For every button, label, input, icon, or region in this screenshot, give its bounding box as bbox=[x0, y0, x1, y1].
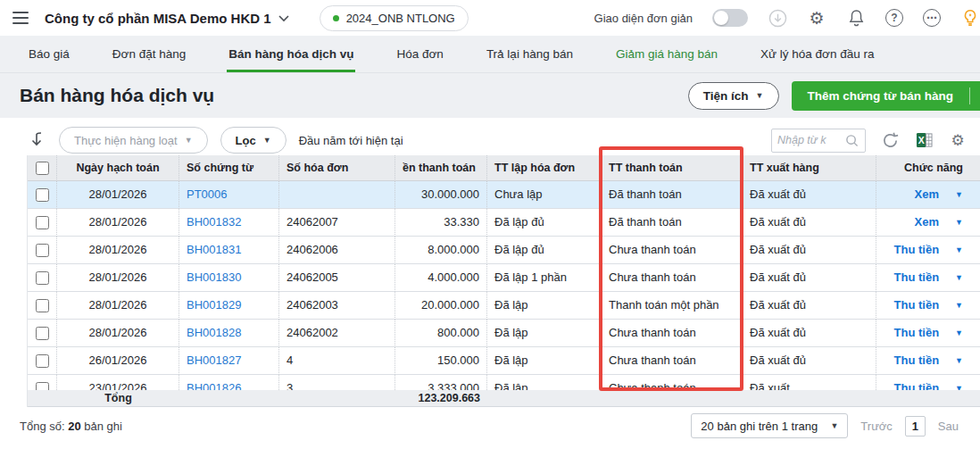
caret-down-icon[interactable]: ▼ bbox=[955, 237, 963, 263]
action-button[interactable]: Thu tiền bbox=[894, 237, 940, 263]
tab-hoa-don[interactable]: Hóa đơn bbox=[394, 37, 444, 72]
row-checkbox[interactable] bbox=[36, 299, 49, 312]
action-button[interactable]: Thu tiền bbox=[894, 375, 940, 390]
header-payment-amount[interactable]: ền thanh toán bbox=[395, 155, 487, 181]
action-button[interactable]: Thu tiền bbox=[894, 292, 940, 319]
cell-amount: 3.333.000 bbox=[395, 375, 487, 390]
cell-invoice: 24062003 bbox=[279, 292, 395, 320]
svg-text:X: X bbox=[918, 136, 924, 146]
cell-amount: 30.000.000 bbox=[395, 181, 487, 209]
row-checkbox[interactable] bbox=[36, 354, 49, 368]
cell-date: 28/01/2026 bbox=[57, 181, 179, 209]
caret-down-icon[interactable]: ▼ bbox=[955, 264, 963, 291]
cell-date: 26/01/2026 bbox=[57, 347, 179, 375]
next-page-button[interactable]: Sau bbox=[938, 420, 959, 433]
action-button[interactable]: Thu tiền bbox=[894, 264, 940, 291]
doc-link[interactable]: BH001831 bbox=[187, 243, 241, 256]
row-checkbox[interactable] bbox=[36, 271, 49, 285]
excel-export-icon[interactable]: X bbox=[914, 130, 934, 150]
download-icon[interactable] bbox=[768, 8, 787, 28]
tab-xu-ly-hoa-don-dau-ra[interactable]: Xử lý hóa đơn đầu ra bbox=[759, 37, 876, 72]
header-doc-number[interactable]: Số chứng từ bbox=[179, 155, 279, 181]
action-button[interactable]: Xem bbox=[915, 209, 939, 236]
table-row[interactable]: 26/01/2026 BH001827 4 150.000 Đã lập Chư… bbox=[28, 347, 980, 375]
tab-don-dat-hang[interactable]: Đơn đặt hàng bbox=[111, 37, 187, 72]
header-invoice-number[interactable]: Số hóa đơn bbox=[279, 155, 395, 181]
table-row[interactable]: 23/01/2026 BH001826 3 3.333.000 Đã lập C… bbox=[28, 375, 980, 390]
row-checkbox[interactable] bbox=[36, 327, 49, 340]
cell-invoice: 24062007 bbox=[279, 209, 395, 237]
add-sales-document-button[interactable]: Thêm chứng từ bán hàng ▼ bbox=[792, 81, 980, 111]
header-date[interactable]: Ngày hạch toán bbox=[57, 155, 179, 181]
action-button[interactable]: Xem bbox=[915, 181, 939, 208]
tab-bao-gia[interactable]: Báo giá bbox=[27, 37, 71, 72]
tab-ban-hang-hoa-dich-vu[interactable]: Bán hàng hóa dịch vụ bbox=[227, 37, 355, 72]
tab-giam-gia-hang-ban[interactable]: Giảm giá hàng bán bbox=[614, 37, 719, 72]
action-button[interactable]: Thu tiền bbox=[894, 320, 940, 346]
prev-page-button[interactable]: Trước bbox=[860, 420, 893, 433]
cell-invoice: 24062002 bbox=[279, 320, 395, 347]
doc-link[interactable]: BH001827 bbox=[187, 353, 241, 367]
record-count-text: Tổng số: 20 bản ghi bbox=[20, 420, 122, 433]
row-checkbox[interactable] bbox=[36, 216, 49, 229]
caret-down-icon[interactable]: ▼ bbox=[955, 375, 963, 390]
search-box[interactable] bbox=[771, 129, 866, 153]
simple-ui-toggle[interactable] bbox=[712, 9, 748, 27]
tab-tra-lai-hang-ban[interactable]: Trả lại hàng bán bbox=[485, 37, 575, 72]
select-all-checkbox[interactable] bbox=[36, 162, 49, 175]
caret-down-icon[interactable]: ▼ bbox=[955, 181, 963, 208]
doc-link[interactable]: BH001830 bbox=[187, 270, 241, 284]
doc-link[interactable]: BH001828 bbox=[187, 326, 241, 339]
cell-payment-status: Chưa thanh toán bbox=[602, 320, 743, 347]
header-delivery-status[interactable]: TT xuất hàng bbox=[743, 155, 876, 181]
doc-link[interactable]: BH001829 bbox=[187, 298, 241, 312]
row-checkbox[interactable] bbox=[36, 188, 49, 202]
table-row[interactable]: 28/01/2026 BH001832 24062007 33.330 Đã l… bbox=[28, 209, 980, 237]
refresh-icon[interactable] bbox=[880, 130, 900, 150]
doc-link[interactable]: PT0006 bbox=[187, 187, 228, 201]
table-row[interactable]: 28/01/2026 BH001830 24062005 4.000.000 Đ… bbox=[28, 264, 980, 292]
column-settings-icon[interactable]: ⚙ bbox=[948, 130, 968, 150]
caret-down-icon[interactable]: ▼ bbox=[970, 91, 980, 100]
utilities-button[interactable]: Tiện ích ▼ bbox=[688, 82, 779, 110]
cell-amount: 4.000.000 bbox=[395, 264, 487, 292]
caret-down-icon[interactable]: ▼ bbox=[955, 347, 963, 374]
filter-button[interactable]: Lọc ▼ bbox=[220, 127, 287, 154]
cell-delivery-status: Đã xuất đủ bbox=[743, 292, 876, 320]
gear-icon[interactable]: ⚙ bbox=[807, 8, 826, 28]
session-label: 2024_ONB NTLONG bbox=[346, 12, 455, 25]
session-selector[interactable]: 2024_ONB NTLONG bbox=[320, 5, 469, 31]
header-payment-status[interactable]: TT thanh toán bbox=[602, 155, 743, 181]
company-name[interactable]: Công ty cổ phần MISA Demo HKD 1 bbox=[45, 11, 271, 26]
tips-icon[interactable] bbox=[960, 8, 980, 28]
more-icon[interactable]: ⋯ bbox=[923, 9, 941, 27]
batch-actions-button[interactable]: Thực hiện hàng loạt ▼ bbox=[59, 127, 208, 154]
header-invoice-status[interactable]: TT lập hóa đơn bbox=[487, 155, 602, 181]
chevron-down-icon[interactable] bbox=[278, 10, 289, 26]
menu-icon[interactable] bbox=[12, 12, 29, 24]
help-icon[interactable]: ? bbox=[885, 9, 903, 27]
table-row[interactable]: 28/01/2026 PT0006 30.000.000 Chưa lập Đã… bbox=[28, 181, 980, 209]
cell-invoice bbox=[279, 181, 395, 209]
simple-ui-label: Giao diện đơn giản bbox=[594, 12, 693, 25]
header-actions[interactable]: Chức năng bbox=[876, 155, 980, 181]
page-size-select[interactable]: 20 bản ghi trên 1 trang ▼ bbox=[691, 413, 848, 438]
table-row[interactable]: 28/01/2026 BH001828 24062002 800.000 Đã … bbox=[28, 320, 980, 347]
cell-invoice: 24062005 bbox=[279, 264, 395, 292]
row-checkbox[interactable] bbox=[36, 382, 49, 391]
totals-row: Tổng 123.209.663 bbox=[28, 390, 980, 407]
caret-down-icon[interactable]: ▼ bbox=[955, 209, 963, 236]
table-row[interactable]: 28/01/2026 BH001831 24062006 8.000.000 Đ… bbox=[28, 237, 980, 264]
bell-icon[interactable] bbox=[846, 8, 866, 28]
search-input[interactable] bbox=[777, 134, 842, 146]
totals-label: Tổng bbox=[57, 390, 179, 406]
export-icon[interactable] bbox=[27, 130, 46, 150]
action-button[interactable]: Thu tiền bbox=[894, 347, 940, 374]
doc-link[interactable]: BH001826 bbox=[187, 381, 241, 390]
current-page-input[interactable]: 1 bbox=[905, 416, 926, 437]
table-row[interactable]: 28/01/2026 BH001829 24062003 20.000.000 … bbox=[28, 292, 980, 320]
row-checkbox[interactable] bbox=[36, 244, 49, 257]
caret-down-icon[interactable]: ▼ bbox=[955, 292, 963, 319]
doc-link[interactable]: BH001832 bbox=[187, 215, 241, 229]
caret-down-icon[interactable]: ▼ bbox=[955, 320, 963, 346]
